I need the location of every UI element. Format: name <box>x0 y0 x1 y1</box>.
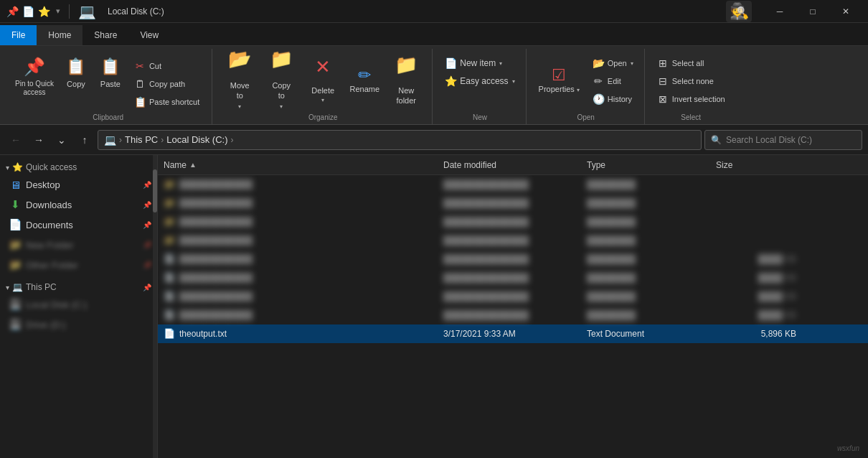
col-header-name[interactable]: Name ▲ <box>164 160 443 170</box>
sidebar-quick-access-header[interactable]: ▾ ⭐ Quick access <box>0 158 157 174</box>
table-row[interactable]: 📄██████████████████████████████████████ … <box>158 268 868 287</box>
file-cell-date: ██████████████ <box>443 310 587 320</box>
address-path[interactable]: 💻 › This PC › Local Disk (C:) › <box>98 130 702 150</box>
move-to-button[interactable]: 📂 Move to ▾ <box>220 52 260 109</box>
paste-button[interactable]: 📋 Paste <box>95 52 126 113</box>
sidebar-this-pc-header[interactable]: ▾ 💻 This PC 📌 <box>0 278 157 294</box>
title-bar-dropdown-arrow[interactable]: ▾ <box>56 6 60 16</box>
open-button[interactable]: 📂 Open ▾ <box>588 55 638 72</box>
sidebar-item-other1[interactable]: 📁 Other Folder 📌 <box>0 255 157 275</box>
open-buttons: ☑ Properties ▾ 📂 Open ▾ ✏ Edit 🕐 <box>534 49 638 113</box>
copy-button[interactable]: 📋 Copy <box>60 52 92 113</box>
sidebar-item-new-folder[interactable]: 📁 New Folder 📌 <box>0 235 157 255</box>
close-button[interactable]: ✕ <box>829 0 862 23</box>
table-row[interactable]: 📄theoutput.txt3/17/2021 9:33 AMText Docu… <box>158 324 868 343</box>
paste-shortcut-label: Paste shortcut <box>149 98 199 106</box>
file-cell-name: 📁████████████ <box>164 179 443 190</box>
quick-access-label: Quick access <box>26 162 77 172</box>
this-pc-label: This PC <box>26 282 57 292</box>
file-cell-size: ████ KB <box>716 273 802 283</box>
history-button[interactable]: 🕐 History <box>588 90 638 108</box>
properties-label: Properties <box>539 85 575 93</box>
tab-view[interactable]: View <box>128 25 170 45</box>
new-folder-sidebar-icon: 📁 <box>9 238 22 251</box>
sidebar-item-drive2[interactable]: 💾 Drive (D:) <box>0 314 157 335</box>
file-cell-date: ██████████████ <box>443 273 587 283</box>
path-sep-3: › <box>230 135 233 145</box>
table-row[interactable]: 📄██████████████████████████████████████ … <box>158 306 868 324</box>
delete-label: Delete <box>311 86 334 95</box>
properties-button[interactable]: ☑ Properties ▾ <box>534 52 585 109</box>
sidebar-item-drive1[interactable]: 💾 Local Disk (C:) <box>0 294 157 314</box>
move-to-label: Move to <box>230 81 250 100</box>
new-item-button[interactable]: 📄 New item ▾ <box>440 55 519 72</box>
tab-share[interactable]: Share <box>82 25 128 45</box>
copy-to-button[interactable]: 📁 Copy to ▾ <box>261 52 301 109</box>
drive2-icon: 💾 <box>9 318 22 331</box>
other1-label: Other Folder <box>26 260 138 271</box>
col-header-size[interactable]: Size <box>716 160 802 170</box>
table-row[interactable]: 📄██████████████████████████████████████ … <box>158 287 868 306</box>
easy-access-button[interactable]: ⭐ Easy access ▾ <box>440 73 519 90</box>
file-name: ████████████ <box>179 310 253 320</box>
file-cell-type: ████████ <box>587 217 716 227</box>
pin-button-label: Pin to Quick access <box>15 80 54 97</box>
invert-selection-button[interactable]: ⊠ Invert selection <box>652 90 730 108</box>
file-name: ████████████ <box>179 235 253 246</box>
pin-to-quick-access-button[interactable]: 📌 Pin to Quick access <box>11 52 57 113</box>
file-icon: 📁 <box>164 197 175 208</box>
table-row[interactable]: 📁██████████████████████████████████ <box>158 231 868 250</box>
select-none-button[interactable]: ⊟ Select none <box>652 73 730 90</box>
recent-button[interactable]: ⌄ <box>52 130 72 150</box>
new-item-label: New item <box>460 58 496 68</box>
back-button[interactable]: ← <box>6 130 26 150</box>
copy-path-label: Copy path <box>149 80 185 88</box>
properties-icon: ☑ <box>552 67 566 83</box>
folder-window-icon: 💻 <box>78 3 96 20</box>
table-row[interactable]: 📁██████████████████████████████████ <box>158 175 868 194</box>
copy-path-button[interactable]: 🗒 Copy path <box>129 75 204 93</box>
watermark: wsxfun <box>837 444 859 452</box>
col-header-type[interactable]: Type <box>587 160 716 170</box>
select-group-label: Select <box>652 113 730 124</box>
delete-button[interactable]: ✕ Delete ▾ <box>303 52 343 109</box>
new-folder-pin: 📌 <box>143 241 151 249</box>
size-col-label: Size <box>716 160 732 170</box>
clipboard-stack: ✂ Cut 🗒 Copy path 📋 Paste shortcut <box>129 52 204 113</box>
sidebar-item-desktop[interactable]: 🖥 Desktop 📌 <box>0 174 157 195</box>
file-cell-size: ████ KB <box>716 254 802 264</box>
open-stack: 📂 Open ▾ ✏ Edit 🕐 History <box>588 52 638 108</box>
file-cell-size: ████ KB <box>716 291 802 302</box>
search-box[interactable]: 🔍 Search Local Disk (C:) <box>704 130 862 150</box>
file-icon: 📁 <box>164 179 175 190</box>
table-row[interactable]: 📁██████████████████████████████████ <box>158 194 868 212</box>
new-item-arrow: ▾ <box>499 60 502 67</box>
new-folder-sidebar-label: New Folder <box>26 240 138 251</box>
new-folder-button[interactable]: 📁 New folder <box>386 52 426 109</box>
file-name: ████████████ <box>179 291 253 302</box>
scrollbar-thumb[interactable] <box>153 169 157 212</box>
file-cell-date: ██████████████ <box>443 254 587 264</box>
file-icon: 📄 <box>164 291 175 302</box>
sidebar-item-documents[interactable]: 📄 Documents 📌 <box>0 215 157 235</box>
file-cell-name: 📄████████████ <box>164 291 443 302</box>
select-all-button[interactable]: ⊞ Select all <box>652 55 730 72</box>
sidebar-item-downloads[interactable]: ⬇ Downloads 📌 <box>0 195 157 215</box>
copy-to-icon: 📁 <box>270 50 293 68</box>
paste-shortcut-button[interactable]: 📋 Paste shortcut <box>129 93 204 111</box>
edit-button[interactable]: ✏ Edit <box>588 73 638 90</box>
tab-home[interactable]: Home <box>37 25 82 45</box>
minimize-button[interactable]: ─ <box>763 0 796 23</box>
col-header-date[interactable]: Date modified <box>443 160 587 170</box>
path-this-pc: This PC <box>125 134 158 145</box>
file-cell-name: 📁████████████ <box>164 197 443 208</box>
table-row[interactable]: 📁██████████████████████████████████ <box>158 212 868 231</box>
maximize-button[interactable]: □ <box>796 0 829 23</box>
forward-button[interactable]: → <box>29 130 49 150</box>
rename-button[interactable]: ✏ Rename <box>344 52 385 109</box>
up-button[interactable]: ↑ <box>75 130 95 150</box>
table-row[interactable]: 📄██████████████████████████████████████ … <box>158 250 868 268</box>
cut-button[interactable]: ✂ Cut <box>129 57 204 75</box>
tab-file[interactable]: File <box>0 25 37 45</box>
properties-arrow: ▾ <box>577 87 580 93</box>
